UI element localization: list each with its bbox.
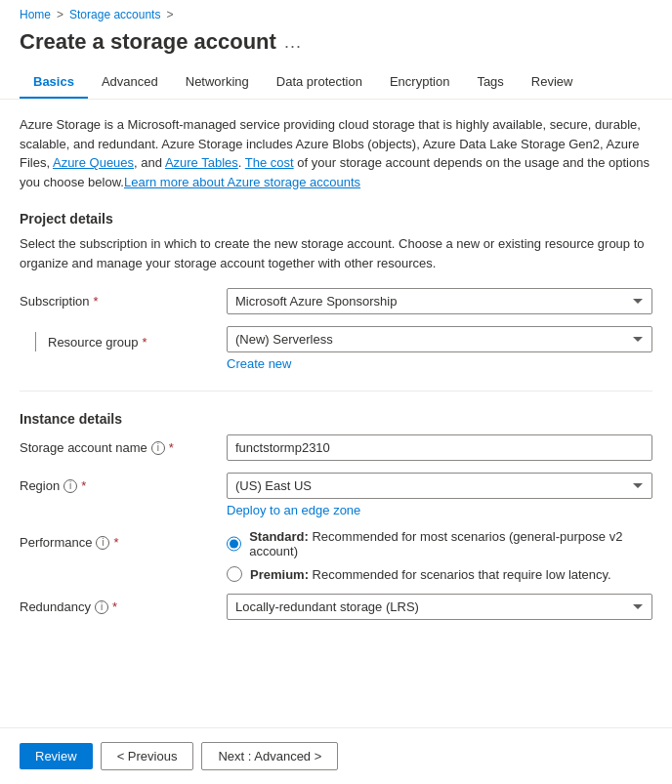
resource-group-control: (New) Serverless Create new — [227, 326, 652, 371]
project-details-title: Project details — [20, 211, 652, 227]
indent-line — [35, 332, 36, 351]
performance-info-icon[interactable]: i — [96, 536, 109, 550]
storage-account-name-row: Storage account name i * — [20, 434, 652, 461]
subscription-control: Microsoft Azure Sponsorship — [227, 288, 652, 314]
deploy-to-edge-link[interactable]: Deploy to an edge zone — [227, 503, 360, 517]
performance-premium-radio[interactable] — [227, 566, 242, 582]
footer: Review < Previous Next : Advanced > — [0, 727, 672, 784]
tab-basics[interactable]: Basics — [20, 66, 88, 99]
region-label: Region i * — [20, 473, 215, 493]
performance-control: Standard: Recommended for most scenarios… — [227, 529, 652, 582]
performance-required: * — [113, 535, 118, 550]
resource-group-row: Resource group * (New) Serverless Create… — [20, 326, 652, 371]
more-options-icon[interactable]: ... — [284, 32, 302, 53]
resource-group-required: * — [143, 335, 147, 350]
region-required: * — [81, 478, 86, 493]
azure-tables-link[interactable]: Azure Tables — [165, 155, 238, 170]
tab-encryption[interactable]: Encryption — [376, 66, 463, 99]
redundancy-dropdown[interactable]: Locally-redundant storage (LRS) — [227, 594, 652, 620]
breadcrumb: Home > Storage accounts > — [0, 0, 672, 25]
project-details-desc: Select the subscription in which to crea… — [20, 234, 652, 272]
previous-button[interactable]: < Previous — [101, 742, 194, 770]
resource-group-label-wrapper: Resource group * — [20, 326, 215, 351]
tab-advanced[interactable]: Advanced — [88, 66, 172, 99]
performance-row: Performance i * Standard: Recommended fo… — [20, 529, 652, 582]
subscription-dropdown[interactable]: Microsoft Azure Sponsorship — [227, 288, 652, 314]
redundancy-label: Redundancy i * — [20, 594, 215, 614]
performance-premium-label: Premium: Recommended for scenarios that … — [250, 567, 611, 582]
breadcrumb-home[interactable]: Home — [20, 8, 51, 21]
resource-group-dropdown[interactable]: (New) Serverless — [227, 326, 652, 352]
content-area: Azure Storage is a Microsoft-managed ser… — [0, 100, 672, 727]
subscription-label: Subscription * — [20, 288, 215, 309]
description-text: Azure Storage is a Microsoft-managed ser… — [20, 115, 652, 191]
breadcrumb-sep1: > — [57, 8, 63, 21]
create-new-link[interactable]: Create new — [227, 356, 291, 371]
tab-tags[interactable]: Tags — [463, 66, 517, 99]
review-button[interactable]: Review — [20, 743, 93, 769]
performance-label: Performance i * — [20, 529, 215, 550]
the-cost-link[interactable]: The cost — [245, 155, 294, 170]
page-title: Create a storage account — [20, 29, 276, 55]
breadcrumb-storage-accounts[interactable]: Storage accounts — [69, 8, 160, 21]
storage-account-name-input[interactable] — [227, 434, 652, 461]
performance-premium-item: Premium: Recommended for scenarios that … — [227, 566, 652, 582]
storage-account-name-control — [227, 434, 652, 461]
storage-name-required: * — [169, 440, 174, 455]
tab-data-protection[interactable]: Data protection — [263, 66, 376, 99]
next-advanced-button[interactable]: Next : Advanced > — [201, 742, 338, 770]
instance-details-title: Instance details — [20, 411, 652, 427]
region-dropdown[interactable]: (US) East US — [227, 473, 652, 499]
tab-networking[interactable]: Networking — [172, 66, 263, 99]
performance-standard-item: Standard: Recommended for most scenarios… — [227, 529, 652, 558]
subscription-row: Subscription * Microsoft Azure Sponsorsh… — [20, 288, 652, 314]
performance-standard-radio[interactable] — [227, 536, 241, 552]
redundancy-row: Redundancy i * Locally-redundant storage… — [20, 594, 652, 620]
redundancy-control: Locally-redundant storage (LRS) — [227, 594, 652, 620]
redundancy-required: * — [112, 599, 117, 614]
redundancy-info-icon[interactable]: i — [95, 600, 108, 614]
region-info-icon[interactable]: i — [63, 479, 77, 493]
breadcrumb-sep2: > — [166, 8, 173, 21]
tab-review[interactable]: Review — [518, 66, 587, 99]
performance-standard-label: Standard: Recommended for most scenarios… — [249, 529, 652, 558]
tabs-bar: Basics Advanced Networking Data protecti… — [0, 66, 672, 100]
performance-radio-group: Standard: Recommended for most scenarios… — [227, 529, 652, 582]
resource-group-indent: Resource group * — [20, 332, 147, 351]
learn-more-link[interactable]: Learn more about Azure storage accounts — [124, 175, 360, 189]
page-container: Home > Storage accounts > Create a stora… — [0, 0, 672, 784]
storage-account-name-label: Storage account name i * — [20, 434, 215, 455]
region-row: Region i * (US) East US Deploy to an edg… — [20, 473, 652, 517]
region-control: (US) East US Deploy to an edge zone — [227, 473, 652, 517]
page-title-row: Create a storage account ... — [0, 25, 672, 66]
azure-queues-link[interactable]: Azure Queues — [53, 155, 134, 170]
subscription-required: * — [94, 294, 99, 309]
storage-name-info-icon[interactable]: i — [151, 441, 165, 455]
section-divider-1 — [20, 391, 652, 392]
